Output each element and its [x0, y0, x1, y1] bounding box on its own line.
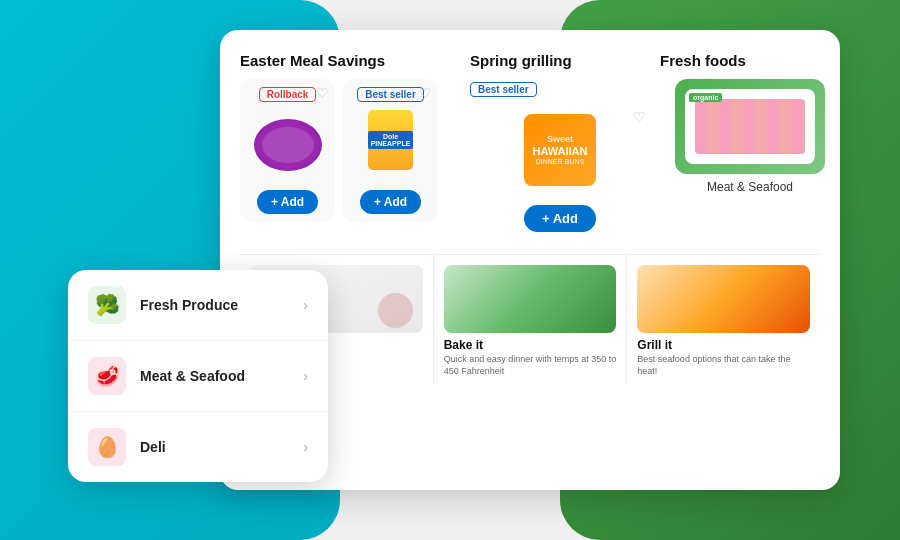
- deli-chevron: ›: [303, 439, 308, 455]
- dole-brand: DolePINEAPPLE: [368, 131, 414, 149]
- deli-label: Deli: [140, 439, 303, 455]
- produce-label: Fresh Produce: [140, 297, 303, 313]
- fresh-title: Fresh foods: [660, 52, 840, 69]
- meat-chevron: ›: [303, 368, 308, 384]
- ham-visual: [254, 119, 322, 171]
- easter-title: Easter Meal Savings: [240, 52, 460, 69]
- add-hawaiian-button[interactable]: + Add: [524, 205, 596, 232]
- dole-can-visual: DolePINEAPPLE: [368, 110, 413, 170]
- bake-title: Bake it: [444, 338, 617, 352]
- produce-icon: 🥦: [88, 286, 126, 324]
- grill-image: [637, 265, 810, 333]
- section-easter: Easter Meal Savings Rollback ♡ + Add Bes…: [240, 52, 460, 222]
- salmon-image: organic: [675, 79, 825, 174]
- dole-image: 20oz CAN DolePINEAPPLE: [356, 110, 426, 180]
- rollback-badge: Rollback: [259, 87, 317, 102]
- meat-icon: 🥩: [88, 357, 126, 395]
- grill-title: Grill it: [637, 338, 810, 352]
- sidebar-item-meat[interactable]: 🥩 Meat & Seafood ›: [68, 341, 328, 412]
- section-spring: Spring grilling Best seller ♡ Sweet HAWA…: [470, 52, 650, 240]
- sidebar-item-deli[interactable]: 🥚 Deli ›: [68, 412, 328, 482]
- grill-desc: Best seafood options that can take the h…: [637, 354, 810, 377]
- easter-product-1: Rollback ♡ + Add: [240, 79, 335, 222]
- sweet-hawaiian-visual: Sweet HAWAIIAN DINNER BUNS: [524, 114, 596, 186]
- add-ham-button[interactable]: + Add: [257, 190, 318, 214]
- heart-icon-2[interactable]: ♡: [419, 85, 432, 101]
- sidebar-item-produce[interactable]: 🥦 Fresh Produce ›: [68, 270, 328, 341]
- bestseller-badge-1: Best seller: [357, 87, 424, 102]
- bottom-item-grill: Grill it Best seafood options that can t…: [626, 255, 820, 385]
- meat-seafood-label: Meat & Seafood: [707, 180, 793, 194]
- add-dole-button[interactable]: + Add: [360, 190, 421, 214]
- spring-title: Spring grilling: [470, 52, 650, 69]
- bake-desc: Quick and easy dinner with temps at 350 …: [444, 354, 617, 377]
- sections-row: Easter Meal Savings Rollback ♡ + Add Bes…: [240, 52, 820, 240]
- sweet-hawaiian-image: Sweet HAWAIIAN DINNER BUNS: [505, 105, 615, 195]
- meat-label: Meat & Seafood: [140, 368, 303, 384]
- ham-image: [253, 110, 323, 180]
- heart-icon-3[interactable]: ♡: [633, 109, 646, 125]
- bake-image: [444, 265, 617, 333]
- easter-products: Rollback ♡ + Add Best seller ♡: [240, 79, 460, 222]
- produce-chevron: ›: [303, 297, 308, 313]
- sidebar-card: 🥦 Fresh Produce › 🥩 Meat & Seafood › 🥚 D…: [68, 270, 328, 482]
- easter-product-2: Best seller ♡ 20oz CAN DolePINEAPPLE + A…: [343, 79, 438, 222]
- bestseller-badge-2: Best seller: [470, 82, 537, 97]
- deli-icon: 🥚: [88, 428, 126, 466]
- bottom-item-bake: Bake it Quick and easy dinner with temps…: [433, 255, 627, 385]
- section-fresh: Fresh foods organic Meat & Seafood: [660, 52, 840, 194]
- heart-icon-1[interactable]: ♡: [316, 85, 329, 101]
